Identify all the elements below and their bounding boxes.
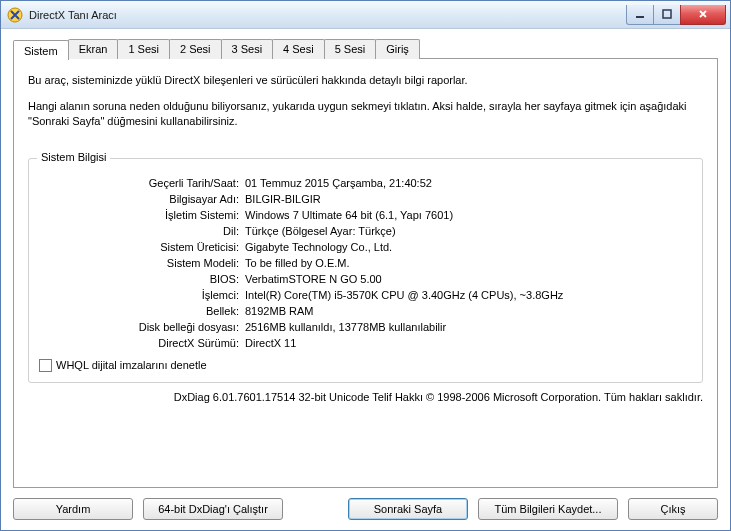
copyright-footer: DxDiag 6.01.7601.17514 32-bit Unicode Te… xyxy=(28,391,703,403)
label-memory: Bellek: xyxy=(39,305,239,317)
value-computer-name: BILGIR-BILGIR xyxy=(245,193,692,205)
value-processor: Intel(R) Core(TM) i5-3570K CPU @ 3.40GHz… xyxy=(245,289,692,301)
value-manufacturer: Gigabyte Technology Co., Ltd. xyxy=(245,241,692,253)
label-model: Sistem Modeli: xyxy=(39,257,239,269)
tab-giris[interactable]: Giriş xyxy=(375,39,420,59)
save-all-button[interactable]: Tüm Bilgileri Kaydet... xyxy=(478,498,618,520)
app-icon xyxy=(7,7,23,23)
svg-rect-2 xyxy=(663,10,671,18)
tab-ses-5[interactable]: 5 Sesi xyxy=(324,39,377,59)
value-memory: 8192MB RAM xyxy=(245,305,692,317)
label-bios: BIOS: xyxy=(39,273,239,285)
tab-ses-4[interactable]: 4 Sesi xyxy=(272,39,325,59)
button-row: Yardım 64-bit DxDiag'ı Çalıştır Sonraki … xyxy=(13,498,718,520)
client-area: Sistem Ekran 1 Sesi 2 Sesi 3 Sesi 4 Sesi… xyxy=(1,29,730,530)
value-model: To be filled by O.E.M. xyxy=(245,257,692,269)
group-legend: Sistem Bilgisi xyxy=(37,151,110,163)
exit-button[interactable]: Çıkış xyxy=(628,498,718,520)
minimize-button[interactable] xyxy=(626,5,654,25)
run-64bit-button[interactable]: 64-bit DxDiag'ı Çalıştır xyxy=(143,498,283,520)
tab-ses-3[interactable]: 3 Sesi xyxy=(221,39,274,59)
system-info-grid: Geçerli Tarih/Saat: 01 Temmuz 2015 Çarşa… xyxy=(39,177,692,349)
next-page-button[interactable]: Sonraki Sayfa xyxy=(348,498,468,520)
label-manufacturer: Sistem Üreticisi: xyxy=(39,241,239,253)
label-processor: İşlemci: xyxy=(39,289,239,301)
tab-ekran[interactable]: Ekran xyxy=(68,39,119,59)
intro-line-2: Hangi alanın soruna neden olduğunu biliy… xyxy=(28,99,703,128)
intro-line-1: Bu araç, sisteminizde yüklü DirectX bile… xyxy=(28,73,703,87)
titlebar[interactable]: DirectX Tanı Aracı xyxy=(1,1,730,29)
label-datetime: Geçerli Tarih/Saat: xyxy=(39,177,239,189)
window-title: DirectX Tanı Aracı xyxy=(29,9,627,21)
label-language: Dil: xyxy=(39,225,239,237)
maximize-button[interactable] xyxy=(653,5,681,25)
tab-strip: Sistem Ekran 1 Sesi 2 Sesi 3 Sesi 4 Sesi… xyxy=(13,39,718,59)
value-directx-version: DirectX 11 xyxy=(245,337,692,349)
whql-label[interactable]: WHQL dijital imzalarını denetle xyxy=(56,359,207,371)
help-button[interactable]: Yardım xyxy=(13,498,133,520)
value-datetime: 01 Temmuz 2015 Çarşamba, 21:40:52 xyxy=(245,177,692,189)
system-info-group: Sistem Bilgisi Geçerli Tarih/Saat: 01 Te… xyxy=(28,158,703,383)
value-bios: VerbatimSTORE N GO 5.00 xyxy=(245,273,692,285)
label-os: İşletim Sistemi: xyxy=(39,209,239,221)
intro-text: Bu araç, sisteminizde yüklü DirectX bile… xyxy=(28,73,703,140)
whql-checkbox[interactable] xyxy=(39,359,52,372)
tab-panel-sistem: Bu araç, sisteminizde yüklü DirectX bile… xyxy=(13,58,718,488)
window-controls xyxy=(627,5,726,25)
tab-sistem[interactable]: Sistem xyxy=(13,40,69,60)
dxdiag-window: DirectX Tanı Aracı Sistem Ekran 1 Sesi 2… xyxy=(0,0,731,531)
label-computer-name: Bilgisayar Adı: xyxy=(39,193,239,205)
value-os: Windows 7 Ultimate 64 bit (6.1, Yapı 760… xyxy=(245,209,692,221)
tab-ses-1[interactable]: 1 Sesi xyxy=(117,39,170,59)
value-language: Türkçe (Bölgesel Ayar: Türkçe) xyxy=(245,225,692,237)
label-pagefile: Disk belleği dosyası: xyxy=(39,321,239,333)
close-button[interactable] xyxy=(680,5,726,25)
label-directx-version: DirectX Sürümü: xyxy=(39,337,239,349)
svg-rect-1 xyxy=(636,16,644,18)
whql-row: WHQL dijital imzalarını denetle xyxy=(39,359,692,372)
tab-ses-2[interactable]: 2 Sesi xyxy=(169,39,222,59)
value-pagefile: 2516MB kullanıldı, 13778MB kullanılabili… xyxy=(245,321,692,333)
